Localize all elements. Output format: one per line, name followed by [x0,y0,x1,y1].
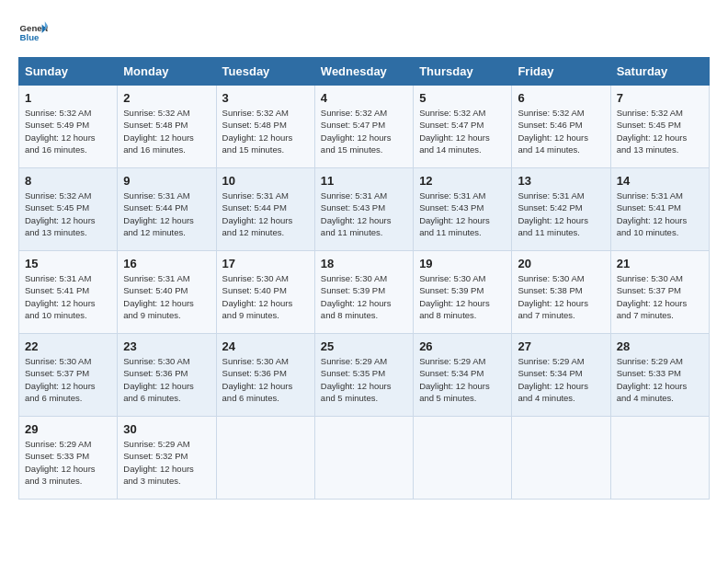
logo-icon: General Blue [18,18,48,48]
day-number: 29 [25,422,111,436]
day-info: Sunrise: 5:29 AM Sunset: 5:34 PM Dayligh… [518,355,604,404]
calendar-cell: 5 Sunrise: 5:32 AM Sunset: 5:47 PM Dayli… [414,86,512,168]
day-number: 26 [419,339,506,353]
day-info: Sunrise: 5:29 AM Sunset: 5:33 PM Dayligh… [25,438,111,487]
calendar-cell: 22 Sunrise: 5:30 AM Sunset: 5:37 PM Dayl… [19,334,118,417]
day-info: Sunrise: 5:31 AM Sunset: 5:43 PM Dayligh… [419,190,506,238]
day-info: Sunrise: 5:31 AM Sunset: 5:42 PM Dayligh… [518,190,604,238]
svg-text:Blue: Blue [20,32,40,42]
day-number: 11 [321,174,407,188]
day-number: 23 [123,339,210,353]
day-number: 4 [321,91,407,105]
day-number: 7 [617,91,703,105]
calendar-cell: 25 Sunrise: 5:29 AM Sunset: 5:35 PM Dayl… [314,334,413,417]
calendar-cell: 28 Sunrise: 5:29 AM Sunset: 5:33 PM Dayl… [610,334,709,417]
calendar-cell: 9 Sunrise: 5:31 AM Sunset: 5:44 PM Dayli… [118,168,216,251]
day-number: 25 [321,339,407,353]
day-info: Sunrise: 5:30 AM Sunset: 5:39 PM Dayligh… [419,272,506,321]
weekday-header: Tuesday [216,58,314,86]
day-info: Sunrise: 5:29 AM Sunset: 5:32 PM Dayligh… [123,438,210,487]
calendar-cell: 7 Sunrise: 5:32 AM Sunset: 5:45 PM Dayli… [610,86,709,168]
day-number: 18 [321,257,407,270]
day-info: Sunrise: 5:30 AM Sunset: 5:38 PM Dayligh… [518,272,604,321]
calendar-week-row: 22 Sunrise: 5:30 AM Sunset: 5:37 PM Dayl… [19,334,710,417]
calendar-cell: 2 Sunrise: 5:32 AM Sunset: 5:48 PM Dayli… [118,86,216,168]
weekday-header: Wednesday [314,58,413,86]
day-info: Sunrise: 5:30 AM Sunset: 5:36 PM Dayligh… [222,355,309,404]
weekday-header: Monday [118,58,216,86]
calendar-cell [414,417,512,500]
day-number: 21 [617,257,703,270]
day-number: 15 [25,257,111,270]
day-info: Sunrise: 5:29 AM Sunset: 5:33 PM Dayligh… [617,355,703,404]
day-number: 14 [617,174,703,188]
day-info: Sunrise: 5:32 AM Sunset: 5:45 PM Dayligh… [617,107,703,155]
day-number: 19 [419,257,506,270]
day-info: Sunrise: 5:32 AM Sunset: 5:47 PM Dayligh… [321,107,407,155]
day-info: Sunrise: 5:30 AM Sunset: 5:39 PM Dayligh… [321,272,407,321]
day-number: 16 [123,257,210,270]
weekday-header: Thursday [414,58,512,86]
day-info: Sunrise: 5:30 AM Sunset: 5:37 PM Dayligh… [617,272,703,321]
day-info: Sunrise: 5:31 AM Sunset: 5:44 PM Dayligh… [123,190,210,238]
calendar-cell: 18 Sunrise: 5:30 AM Sunset: 5:39 PM Dayl… [314,251,413,334]
calendar-week-row: 29 Sunrise: 5:29 AM Sunset: 5:33 PM Dayl… [19,417,710,500]
day-info: Sunrise: 5:31 AM Sunset: 5:40 PM Dayligh… [123,272,210,321]
day-number: 24 [222,339,309,353]
calendar-cell [314,417,413,500]
day-number: 13 [518,174,604,188]
calendar-cell: 11 Sunrise: 5:31 AM Sunset: 5:43 PM Dayl… [314,168,413,251]
calendar-cell: 4 Sunrise: 5:32 AM Sunset: 5:47 PM Dayli… [314,86,413,168]
day-info: Sunrise: 5:32 AM Sunset: 5:48 PM Dayligh… [123,107,210,155]
calendar-cell: 8 Sunrise: 5:32 AM Sunset: 5:45 PM Dayli… [19,168,118,251]
day-number: 27 [518,339,604,353]
day-info: Sunrise: 5:31 AM Sunset: 5:43 PM Dayligh… [321,190,407,238]
calendar-week-row: 8 Sunrise: 5:32 AM Sunset: 5:45 PM Dayli… [19,168,710,251]
calendar-cell: 29 Sunrise: 5:29 AM Sunset: 5:33 PM Dayl… [19,417,118,500]
calendar-cell: 20 Sunrise: 5:30 AM Sunset: 5:38 PM Dayl… [512,251,610,334]
day-info: Sunrise: 5:32 AM Sunset: 5:45 PM Dayligh… [25,190,111,238]
calendar-cell: 10 Sunrise: 5:31 AM Sunset: 5:44 PM Dayl… [216,168,314,251]
day-number: 8 [25,174,111,188]
calendar-cell: 24 Sunrise: 5:30 AM Sunset: 5:36 PM Dayl… [216,334,314,417]
calendar-cell: 27 Sunrise: 5:29 AM Sunset: 5:34 PM Dayl… [512,334,610,417]
day-info: Sunrise: 5:30 AM Sunset: 5:36 PM Dayligh… [123,355,210,404]
calendar-cell: 12 Sunrise: 5:31 AM Sunset: 5:43 PM Dayl… [414,168,512,251]
day-info: Sunrise: 5:29 AM Sunset: 5:34 PM Dayligh… [419,355,506,404]
weekday-header: Friday [512,58,610,86]
day-number: 22 [25,339,111,353]
calendar-cell: 6 Sunrise: 5:32 AM Sunset: 5:46 PM Dayli… [512,86,610,168]
day-number: 20 [518,257,604,270]
day-number: 1 [25,91,111,105]
day-info: Sunrise: 5:29 AM Sunset: 5:35 PM Dayligh… [321,355,407,404]
calendar-cell [512,417,610,500]
day-info: Sunrise: 5:31 AM Sunset: 5:41 PM Dayligh… [25,272,111,321]
day-number: 17 [222,257,309,270]
calendar-week-row: 15 Sunrise: 5:31 AM Sunset: 5:41 PM Dayl… [19,251,710,334]
calendar-cell: 3 Sunrise: 5:32 AM Sunset: 5:48 PM Dayli… [216,86,314,168]
calendar-cell: 17 Sunrise: 5:30 AM Sunset: 5:40 PM Dayl… [216,251,314,334]
day-info: Sunrise: 5:32 AM Sunset: 5:47 PM Dayligh… [419,107,506,155]
calendar-cell: 26 Sunrise: 5:29 AM Sunset: 5:34 PM Dayl… [414,334,512,417]
calendar-cell: 15 Sunrise: 5:31 AM Sunset: 5:41 PM Dayl… [19,251,118,334]
calendar-cell: 19 Sunrise: 5:30 AM Sunset: 5:39 PM Dayl… [414,251,512,334]
day-number: 6 [518,91,604,105]
calendar-cell: 23 Sunrise: 5:30 AM Sunset: 5:36 PM Dayl… [118,334,216,417]
calendar-header-row: SundayMondayTuesdayWednesdayThursdayFrid… [19,58,710,86]
calendar-table: SundayMondayTuesdayWednesdayThursdayFrid… [18,57,710,500]
calendar-cell: 16 Sunrise: 5:31 AM Sunset: 5:40 PM Dayl… [118,251,216,334]
day-number: 12 [419,174,506,188]
calendar-cell: 14 Sunrise: 5:31 AM Sunset: 5:41 PM Dayl… [610,168,709,251]
day-info: Sunrise: 5:31 AM Sunset: 5:41 PM Dayligh… [617,190,703,238]
day-number: 9 [123,174,210,188]
day-number: 10 [222,174,309,188]
day-info: Sunrise: 5:32 AM Sunset: 5:46 PM Dayligh… [518,107,604,155]
day-number: 30 [123,422,210,436]
day-number: 28 [617,339,703,353]
day-info: Sunrise: 5:32 AM Sunset: 5:49 PM Dayligh… [25,107,111,155]
day-number: 5 [419,91,506,105]
calendar-cell: 21 Sunrise: 5:30 AM Sunset: 5:37 PM Dayl… [610,251,709,334]
day-info: Sunrise: 5:30 AM Sunset: 5:37 PM Dayligh… [25,355,111,404]
weekday-header: Saturday [610,58,709,86]
calendar-cell: 13 Sunrise: 5:31 AM Sunset: 5:42 PM Dayl… [512,168,610,251]
